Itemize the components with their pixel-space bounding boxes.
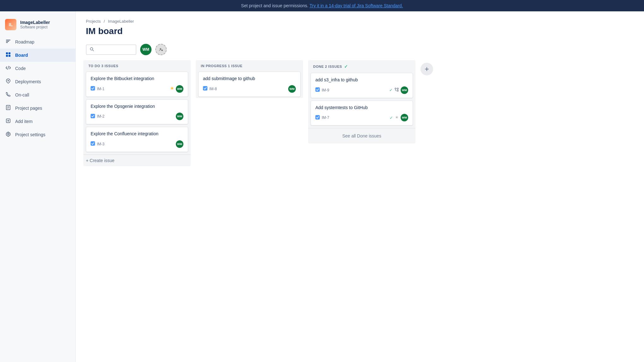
sidebar-item-roadmap[interactable]: Roadmap (0, 35, 75, 49)
column-done-header: DONE 2 ISSUES ✓ (308, 60, 415, 72)
svg-rect-23 (91, 86, 95, 90)
banner-text: Set project and issue permissions. (241, 3, 308, 8)
svg-point-32 (397, 88, 398, 89)
card-im1-footer: IM-1 WM (91, 85, 183, 93)
branch-icon-card9 (395, 87, 399, 93)
column-inprogress-header: IN PROGRESS 1 ISSUE (196, 60, 303, 70)
card-im8-footer: IM-8 WM (203, 85, 296, 93)
card-im1-icons: WM (170, 85, 183, 93)
card-im2-title: Explore the Opsgenie integration (91, 103, 183, 110)
sidebar-item-board[interactable]: Board (0, 49, 75, 62)
card-im7-checkbox (315, 115, 320, 120)
sidebar-item-code[interactable]: Code (0, 62, 75, 75)
card-im1-id-row: IM-1 (91, 86, 104, 91)
column-inprogress-title: IN PROGRESS 1 ISSUE (201, 64, 242, 68)
column-inprogress-body: add submitImage to github IM-8 (196, 70, 303, 98)
banner-link[interactable]: Try it in a 14-day trial of Jira Softwar… (309, 3, 403, 8)
done-check-icon-card9: ✓ (389, 88, 393, 92)
card-im2-footer: IM-2 WM (91, 113, 183, 120)
create-issue-button[interactable]: + Create issue (83, 155, 191, 166)
card-im9-footer: IM-9 ✓ (315, 86, 408, 94)
card-im2[interactable]: Explore the Opsgenie integration IM-2 (86, 99, 188, 125)
card-im8-id: IM-8 (209, 87, 217, 91)
svg-rect-34 (316, 115, 320, 119)
card-im3-footer: IM-3 WM (91, 140, 183, 148)
card-im3-icons: WM (176, 140, 183, 148)
card-im3-avatar: WM (176, 140, 183, 148)
card-im8-checkbox (203, 86, 207, 91)
card-im3[interactable]: Explore the Confluence integration IM-3 (86, 127, 188, 152)
search-box[interactable] (86, 44, 136, 55)
card-im2-id: IM-2 (97, 114, 104, 119)
card-im9-icons: ✓ WM (389, 86, 408, 94)
sidebar-item-project-pages[interactable]: Project pages (0, 102, 75, 115)
project-pages-icon (5, 105, 11, 112)
card-im9[interactable]: add s3_infra to github IM-9 (311, 73, 413, 98)
board-title: IM board (86, 26, 634, 36)
card-im9-avatar: WM (401, 86, 408, 94)
column-done-body: add s3_infra to github IM-9 (308, 72, 415, 127)
svg-rect-5 (6, 55, 8, 57)
card-im8-id-row: IM-8 (203, 86, 217, 91)
add-assignee-button[interactable] (155, 44, 167, 55)
column-todo: TO DO 3 ISSUES Explore the Bitbucket int… (83, 60, 191, 166)
card-im2-avatar: WM (176, 113, 183, 120)
project-name: ImageLabeller (20, 20, 50, 25)
main-content: Projects / ImageLabeller IM board WM (76, 11, 644, 362)
svg-rect-4 (9, 52, 10, 54)
sidebar-project-settings-label: Project settings (15, 132, 45, 137)
card-im2-checkbox (91, 114, 95, 119)
done-check-icon-card7: ✓ (390, 115, 393, 120)
board-toolbar: WM (76, 41, 644, 60)
svg-rect-2 (6, 42, 8, 43)
breadcrumb: Projects / ImageLabeller (86, 19, 634, 24)
sidebar-item-add-item[interactable]: Add item (0, 115, 75, 128)
svg-rect-28 (203, 86, 207, 90)
project-logo: IL (5, 19, 16, 30)
card-im3-id: IM-3 (97, 142, 104, 146)
project-type: Software project (20, 25, 50, 29)
svg-point-16 (8, 133, 9, 135)
user-avatar[interactable]: WM (140, 44, 152, 55)
svg-point-17 (90, 48, 93, 50)
card-im3-title: Explore the Confluence integration (91, 131, 183, 137)
add-column-button[interactable]: + (420, 63, 433, 75)
search-input[interactable] (97, 47, 133, 52)
svg-point-25 (171, 88, 173, 89)
card-im8-icons: WM (288, 85, 296, 93)
card-im1-checkbox (91, 86, 95, 91)
sidebar-item-oncall[interactable]: On-call (0, 88, 75, 102)
card-im1-title: Explore the Bitbucket integration (91, 76, 183, 82)
sidebar-item-project-settings[interactable]: Project settings (0, 128, 75, 141)
breadcrumb-separator: / (104, 19, 105, 24)
sidebar-add-item-label: Add item (15, 119, 33, 124)
oncall-icon (5, 91, 11, 98)
svg-point-31 (397, 90, 398, 91)
settings-icon (5, 131, 11, 138)
sidebar: IL ImageLabeller Software project Roadma… (0, 11, 76, 362)
priority-icon (170, 86, 174, 91)
board-header: Projects / ImageLabeller IM board (76, 11, 644, 41)
add-item-icon (5, 118, 11, 125)
see-all-done-button[interactable]: See all Done issues (308, 128, 415, 143)
search-icon (90, 47, 94, 52)
priority-icon-card7 (395, 115, 399, 120)
breadcrumb-projects[interactable]: Projects (86, 19, 101, 24)
column-inprogress: IN PROGRESS 1 ISSUE add submitImage to g… (196, 60, 303, 98)
card-im8-title: add submitImage to github (203, 76, 296, 82)
svg-point-20 (160, 48, 161, 50)
code-icon (5, 65, 11, 72)
sidebar-item-deployments[interactable]: Deployments (0, 75, 75, 88)
card-im7[interactable]: Add systemtests to GitHub IM-7 (311, 101, 413, 126)
card-im7-id: IM-7 (322, 115, 329, 120)
card-im9-title: add s3_infra to github (315, 77, 408, 83)
card-im8[interactable]: add submitImage to github IM-8 (198, 72, 301, 97)
svg-line-18 (93, 50, 94, 51)
svg-point-8 (8, 80, 9, 81)
column-done: DONE 2 ISSUES ✓ add s3_infra to github (308, 60, 415, 143)
card-im9-id-row: IM-9 (315, 87, 329, 93)
card-im7-icons: ✓ WM (390, 114, 408, 121)
card-im1[interactable]: Explore the Bitbucket integration IM-1 (86, 72, 188, 97)
breadcrumb-project[interactable]: ImageLabeller (108, 19, 134, 24)
svg-point-36 (396, 117, 397, 118)
